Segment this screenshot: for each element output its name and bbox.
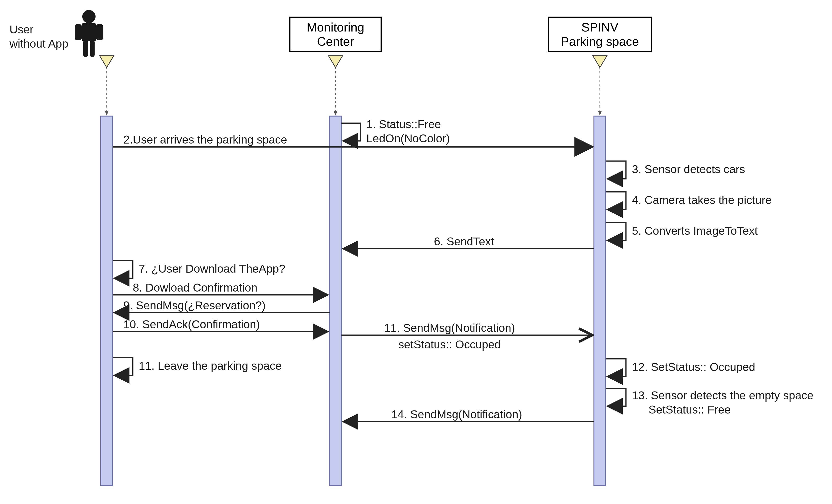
svg-rect-15: [101, 116, 113, 485]
sequence-diagram: Monitoring Center SPINV Parking space Us…: [0, 0, 832, 504]
msg-3: 3. Sensor detects cars: [632, 162, 745, 176]
msg-1b: LedOn(NoColor): [366, 132, 450, 146]
svg-marker-11: [593, 56, 607, 67]
msg-11a: 11. SendMsg(Notification): [384, 321, 515, 335]
spinv-title-2: Parking space: [561, 34, 639, 49]
svg-rect-17: [594, 116, 606, 485]
monitor-title-2: Center: [307, 34, 364, 49]
actor-user-label-1: User: [9, 23, 33, 37]
svg-marker-12: [105, 111, 109, 116]
msg-4: 4. Camera takes the picture: [632, 193, 772, 207]
lifeline-head-spinv: SPINV Parking space: [548, 17, 652, 52]
msg-10: 10. SendAck(Confirmation): [123, 317, 260, 332]
msg-13a: 13. Sensor detects the empty space: [632, 388, 813, 403]
svg-marker-13: [334, 111, 337, 116]
msg-9: 9. SendMsg(¿Reservation?): [123, 299, 265, 313]
svg-rect-2: [75, 24, 82, 40]
msg-13b: SetStatus:: Free: [649, 403, 731, 417]
svg-point-0: [82, 10, 96, 23]
msg-1a: 1. Status::Free: [366, 117, 441, 132]
svg-marker-14: [598, 111, 602, 116]
svg-marker-10: [329, 56, 343, 67]
msg-11b: setStatus:: Occuped: [398, 337, 501, 352]
actor-user-label-2: without App: [9, 37, 68, 51]
msg-12: 12. SetStatus:: Occuped: [632, 360, 755, 374]
spinv-title-1: SPINV: [561, 20, 639, 34]
msg-6: 6. SendText: [434, 234, 494, 249]
msg-5: 5. Converts ImageToText: [632, 224, 758, 238]
monitor-title-1: Monitoring: [307, 20, 364, 34]
svg-rect-1: [82, 23, 96, 41]
svg-rect-5: [90, 40, 95, 57]
msg-14: 14. SendMsg(Notification): [391, 408, 522, 422]
person-icon: [75, 10, 103, 57]
msg-7: 7. ¿User Download TheApp?: [139, 262, 285, 276]
msg-11c: 11. Leave the parking space: [139, 359, 282, 373]
diagram-svg: [0, 0, 832, 504]
svg-marker-9: [100, 56, 114, 67]
msg-8: 8. Dowload Confirmation: [133, 281, 258, 295]
svg-rect-4: [83, 40, 88, 57]
msg-2: 2.User arrives the parking space: [123, 133, 287, 147]
lifeline-head-monitor: Monitoring Center: [289, 17, 382, 52]
svg-rect-16: [330, 116, 341, 485]
svg-rect-3: [96, 24, 103, 40]
